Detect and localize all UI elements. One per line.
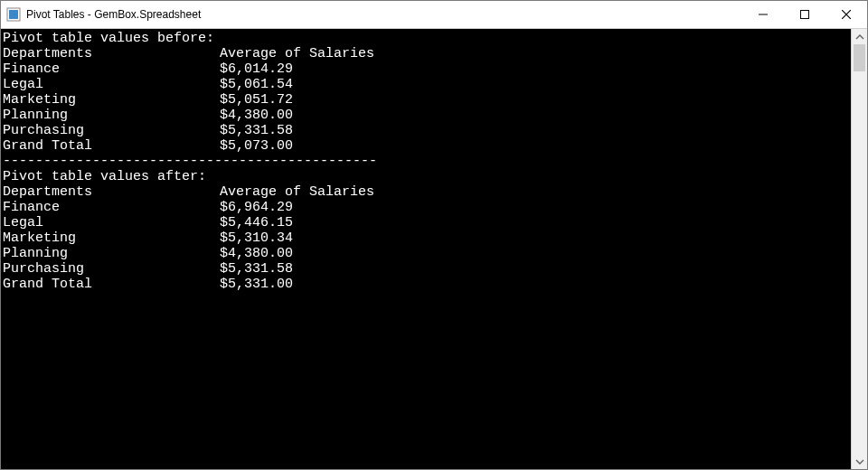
console-col-dept: Planning	[3, 246, 220, 261]
window-title: Pivot Tables - GemBox.Spreadsheet	[26, 8, 201, 21]
minimize-button[interactable]	[742, 1, 784, 28]
scrollbar-track[interactable]	[852, 44, 867, 454]
console-col-value: $5,331.00	[220, 277, 293, 292]
console-line: Marketing$5,310.34	[3, 230, 851, 246]
console-line: Marketing$5,051.72	[3, 92, 851, 108]
client-area: Pivot table values before:DepartmentsAve…	[1, 29, 867, 469]
console-line: Pivot table values after:	[3, 169, 851, 184]
console-col-dept: Finance	[3, 61, 220, 77]
console-col-dept: Grand Total	[3, 277, 220, 292]
titlebar[interactable]: Pivot Tables - GemBox.Spreadsheet	[1, 1, 867, 29]
console-col-value: Average of Salaries	[220, 46, 374, 61]
console-col-dept: Legal	[3, 77, 220, 92]
console-col-dept: Purchasing	[3, 123, 220, 138]
console-col-dept: Pivot table values after:	[3, 169, 220, 184]
console-line: Legal$5,446.15	[3, 215, 851, 230]
console-col-value: $5,310.34	[220, 230, 293, 246]
console-line: Finance$6,964.29	[3, 200, 851, 215]
console-col-value: $5,446.15	[220, 215, 293, 230]
console-line: Legal$5,061.54	[3, 77, 851, 92]
console-line: Planning$4,380.00	[3, 108, 851, 123]
console-line: DepartmentsAverage of Salaries	[3, 184, 851, 200]
app-window: Pivot Tables - GemBox.Spreadsheet Pivot …	[0, 0, 868, 470]
console-col-value: Average of Salaries	[220, 184, 374, 200]
console-col-dept: Departments	[3, 46, 220, 61]
titlebar-left: Pivot Tables - GemBox.Spreadsheet	[1, 7, 201, 22]
console-col-dept: Marketing	[3, 230, 220, 246]
console-col-value: $5,331.58	[220, 261, 293, 277]
console-col-value: $4,380.00	[220, 108, 293, 123]
console-col-dept: Legal	[3, 215, 220, 230]
svg-rect-3	[801, 11, 809, 19]
console-line: Pivot table values before:	[3, 31, 851, 46]
window-controls	[742, 1, 867, 28]
maximize-icon	[800, 10, 809, 19]
console-col-value: $6,964.29	[220, 200, 293, 215]
console-output: Pivot table values before:DepartmentsAve…	[1, 29, 851, 469]
chevron-down-icon	[855, 457, 864, 466]
console-col-value: $5,331.58	[220, 123, 293, 138]
close-icon	[842, 10, 851, 19]
console-line: Purchasing$5,331.58	[3, 261, 851, 277]
console-line: ----------------------------------------…	[3, 154, 851, 169]
close-button[interactable]	[826, 1, 867, 28]
minimize-icon	[759, 10, 768, 19]
console-line: Grand Total$5,073.00	[3, 138, 851, 154]
console-line: Planning$4,380.00	[3, 246, 851, 261]
console-line: Finance$6,014.29	[3, 61, 851, 77]
console-col-value: $4,380.00	[220, 246, 293, 261]
console-col-dept: Purchasing	[3, 261, 220, 277]
console-col-dept: Finance	[3, 200, 220, 215]
svg-rect-1	[9, 10, 18, 19]
scroll-down-button[interactable]	[852, 454, 867, 469]
console-col-value: $6,014.29	[220, 61, 293, 77]
vertical-scrollbar[interactable]	[851, 29, 867, 469]
console-col-value: $5,051.72	[220, 92, 293, 108]
console-line: Grand Total$5,331.00	[3, 277, 851, 292]
console-col-dept: Marketing	[3, 92, 220, 108]
chevron-up-icon	[855, 33, 864, 42]
console-col-dept: Grand Total	[3, 138, 220, 154]
console-col-value: $5,073.00	[220, 138, 293, 154]
maximize-button[interactable]	[784, 1, 826, 28]
console-col-dept: ----------------------------------------…	[3, 154, 220, 169]
console-col-dept: Pivot table values before:	[3, 31, 220, 46]
console-col-dept: Planning	[3, 108, 220, 123]
console-line: DepartmentsAverage of Salaries	[3, 46, 851, 61]
app-icon	[6, 7, 21, 22]
scroll-up-button[interactable]	[852, 29, 867, 44]
scrollbar-thumb[interactable]	[854, 44, 865, 71]
console-line: Purchasing$5,331.58	[3, 123, 851, 138]
console-col-value: $5,061.54	[220, 77, 293, 92]
console-col-dept: Departments	[3, 184, 220, 200]
